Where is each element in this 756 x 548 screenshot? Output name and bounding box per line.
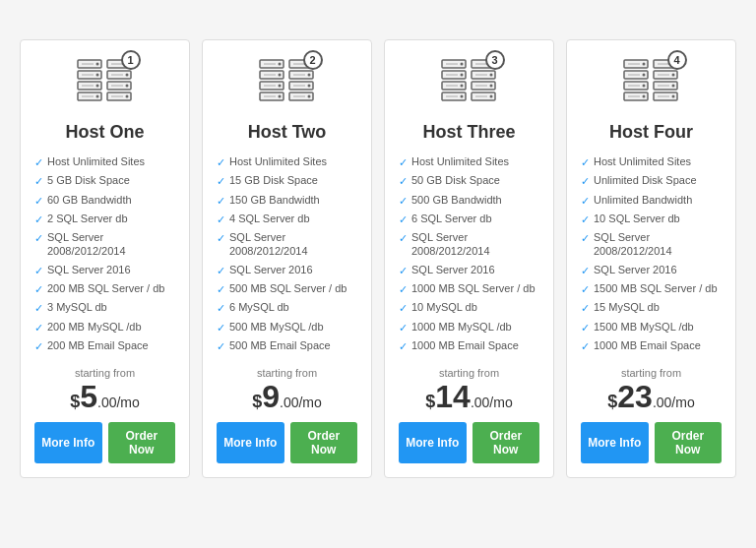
check-icon: ✓ bbox=[34, 264, 43, 277]
svg-point-28 bbox=[278, 74, 281, 77]
feature-text: 1500 MB SQL Server / db bbox=[594, 281, 718, 295]
more-info-button[interactable]: More Info bbox=[217, 422, 284, 463]
check-icon: ✓ bbox=[399, 194, 408, 208]
price-cents: .00/mo bbox=[280, 395, 322, 410]
svg-point-73 bbox=[642, 63, 645, 66]
check-icon: ✓ bbox=[34, 339, 43, 353]
svg-point-91 bbox=[671, 85, 674, 88]
check-icon: ✓ bbox=[399, 174, 408, 188]
feature-text: 500 MB SQL Server / db bbox=[229, 281, 346, 295]
svg-point-4 bbox=[95, 74, 98, 77]
svg-point-64 bbox=[489, 74, 492, 77]
feature-text: 6 MySQL db bbox=[229, 300, 289, 314]
plan-name: Host Four bbox=[609, 122, 693, 143]
check-icon: ✓ bbox=[581, 231, 590, 245]
order-now-button[interactable]: Order Now bbox=[108, 422, 176, 463]
feature-item: ✓ 1500 MB SQL Server / db bbox=[581, 279, 722, 298]
check-icon: ✓ bbox=[217, 301, 225, 315]
price-cents: .00/mo bbox=[653, 395, 695, 410]
feature-item: ✓ Host Unlimited Sites bbox=[581, 152, 722, 171]
order-now-button[interactable]: Order Now bbox=[472, 422, 540, 463]
check-icon: ✓ bbox=[399, 213, 408, 226]
check-icon: ✓ bbox=[581, 339, 590, 353]
feature-item: ✓ Host Unlimited Sites bbox=[399, 152, 539, 171]
feature-text: 200 MB Email Space bbox=[47, 338, 149, 352]
feature-item: ✓ SQL Server 2008/2012/2014 bbox=[217, 228, 357, 261]
feature-text: SQL Server 2008/2012/2014 bbox=[47, 230, 175, 259]
feature-item: ✓ SQL Server 2016 bbox=[399, 261, 539, 279]
feature-text: 1000 MB Email Space bbox=[594, 338, 701, 352]
feature-text: Unlimited Bandwidth bbox=[594, 193, 692, 207]
price-main: 9 bbox=[262, 381, 280, 412]
check-icon: ✓ bbox=[581, 301, 590, 315]
svg-point-94 bbox=[671, 95, 674, 98]
check-icon: ✓ bbox=[399, 155, 408, 169]
svg-point-16 bbox=[125, 74, 128, 77]
feature-text: 15 MySQL db bbox=[594, 300, 660, 314]
feature-text: Unlimited Disk Space bbox=[594, 173, 697, 187]
svg-point-76 bbox=[642, 74, 645, 77]
check-icon: ✓ bbox=[581, 155, 590, 169]
svg-point-46 bbox=[307, 95, 310, 98]
feature-text: 4 SQL Server db bbox=[229, 212, 310, 225]
pricing-block: starting from $ 23 .00/mo bbox=[607, 367, 694, 412]
check-icon: ✓ bbox=[217, 321, 225, 335]
plan-card-3: 3 Host Three ✓ Host Unlimited Sites ✓ 50… bbox=[384, 39, 554, 478]
svg-point-79 bbox=[642, 85, 645, 88]
feature-text: 150 GB Bandwidth bbox=[229, 193, 320, 207]
feature-item: ✓ SQL Server 2016 bbox=[581, 261, 722, 279]
price-main: 14 bbox=[435, 381, 471, 412]
check-icon: ✓ bbox=[399, 321, 408, 335]
check-icon: ✓ bbox=[34, 194, 43, 208]
check-icon: ✓ bbox=[581, 321, 590, 335]
feature-text: 5 GB Disk Space bbox=[47, 173, 130, 187]
features-list: ✓ Host Unlimited Sites ✓ 15 GB Disk Spac… bbox=[217, 152, 357, 355]
feature-text: 3 MySQL db bbox=[47, 300, 107, 314]
check-icon: ✓ bbox=[399, 339, 408, 353]
check-icon: ✓ bbox=[581, 174, 590, 188]
svg-point-19 bbox=[125, 85, 128, 88]
check-icon: ✓ bbox=[399, 264, 408, 277]
check-icon: ✓ bbox=[217, 339, 225, 353]
feature-text: Host Unlimited Sites bbox=[229, 154, 327, 168]
order-now-button[interactable]: Order Now bbox=[290, 422, 358, 463]
plans-container: 1 Host One ✓ Host Unlimited Sites ✓ 5 GB… bbox=[20, 39, 736, 478]
feature-text: 1500 MB MySQL /db bbox=[594, 320, 694, 334]
svg-point-31 bbox=[278, 85, 281, 88]
starting-from-label: starting from bbox=[70, 367, 140, 379]
check-icon: ✓ bbox=[581, 282, 590, 296]
order-now-button[interactable]: Order Now bbox=[655, 422, 723, 463]
feature-item: ✓ 500 MB Email Space bbox=[217, 336, 357, 355]
plan-name: Host Three bbox=[422, 122, 515, 143]
check-icon: ✓ bbox=[34, 321, 43, 335]
more-info-button[interactable]: More Info bbox=[34, 422, 102, 463]
feature-text: 6 SQL Server db bbox=[411, 212, 492, 225]
svg-point-43 bbox=[307, 85, 310, 88]
feature-item: ✓ Unlimited Bandwidth bbox=[581, 191, 722, 210]
feature-text: 1000 MB MySQL /db bbox=[411, 320, 512, 334]
price-cents: .00/mo bbox=[97, 395, 140, 410]
feature-text: 2 SQL Server db bbox=[47, 212, 128, 225]
price-dollar: $ bbox=[607, 392, 617, 412]
price-row: $ 14 .00/mo bbox=[425, 381, 512, 412]
more-info-button[interactable]: More Info bbox=[399, 422, 467, 463]
price-dollar: $ bbox=[70, 392, 80, 412]
feature-text: SQL Server 2016 bbox=[47, 263, 131, 276]
feature-item: ✓ Host Unlimited Sites bbox=[217, 152, 357, 171]
starting-from-label: starting from bbox=[425, 367, 512, 379]
action-buttons: More Info Order Now bbox=[217, 422, 357, 463]
feature-text: Host Unlimited Sites bbox=[47, 154, 145, 168]
feature-item: ✓ 1000 MB Email Space bbox=[399, 336, 539, 355]
feature-item: ✓ 10 MySQL db bbox=[399, 298, 539, 317]
check-icon: ✓ bbox=[34, 301, 43, 315]
check-icon: ✓ bbox=[217, 155, 225, 169]
feature-text: 1000 MB Email Space bbox=[411, 338, 519, 352]
feature-item: ✓ 5 GB Disk Space bbox=[34, 171, 175, 190]
more-info-button[interactable]: More Info bbox=[581, 422, 649, 463]
feature-item: ✓ 15 MySQL db bbox=[581, 298, 722, 317]
feature-text: 10 MySQL db bbox=[411, 300, 477, 314]
feature-text: 500 MB Email Space bbox=[229, 338, 331, 352]
price-row: $ 5 .00/mo bbox=[70, 381, 140, 412]
price-row: $ 23 .00/mo bbox=[607, 381, 694, 412]
feature-item: ✓ 500 MB MySQL /db bbox=[217, 318, 357, 336]
